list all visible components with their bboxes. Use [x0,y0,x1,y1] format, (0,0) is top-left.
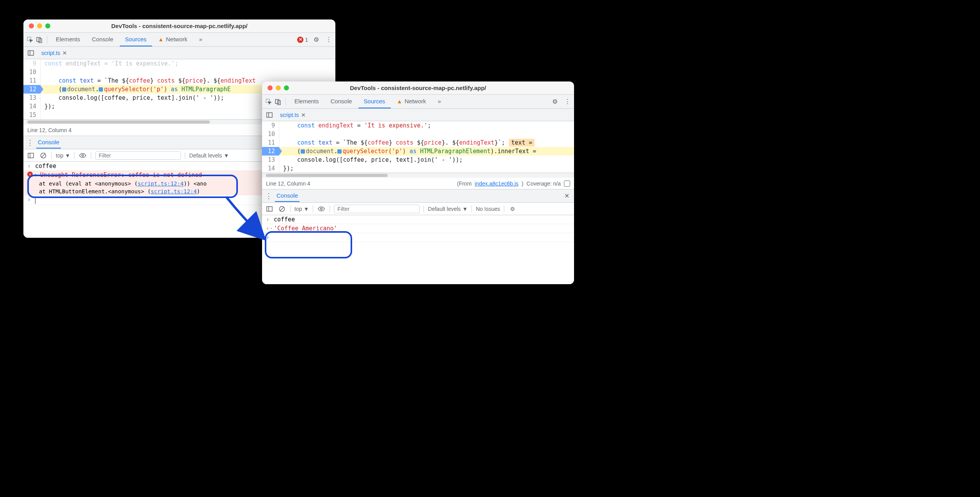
sidebar-toggle-icon[interactable] [265,111,274,119]
stack-link[interactable]: script.ts:12:4 [151,188,197,195]
close-icon[interactable]: ✕ [62,50,67,56]
minimize-dot[interactable] [37,23,42,28]
tab-sources[interactable]: Sources [120,33,152,46]
tab-elements[interactable]: Elements [50,33,86,46]
gear-icon[interactable]: ⚙ [508,205,517,213]
coverage-icon[interactable] [564,180,570,187]
eye-icon[interactable] [78,151,87,160]
sidebar-toggle-icon[interactable] [27,49,35,57]
code-text: endingText [66,60,101,67]
console-sidebar-icon[interactable] [265,205,274,213]
line-number: 11 [23,76,41,85]
line-number: 13 [23,94,41,102]
svg-line-8 [41,154,45,157]
code-text: as [167,86,181,93]
inspect-icon[interactable] [264,97,273,106]
line-number: 13 [262,156,279,164]
levels-selector[interactable]: Default levels▼ [189,152,229,159]
file-tab-label: script.ts [280,112,299,118]
filter-input[interactable] [334,205,420,213]
tab-network-label: Network [166,36,187,42]
tab-sources[interactable]: Sources [358,95,391,108]
console-prompt-row[interactable]: › [262,233,574,242]
tab-console[interactable]: Console [325,95,358,108]
file-tab-script[interactable]: script.ts ✕ [277,110,309,120]
code-text: ( [44,86,62,93]
clear-console-icon[interactable] [39,151,48,160]
code-text: ${ [413,139,424,146]
code-text: coffee [368,139,389,146]
context-selector[interactable]: top▼ [56,152,70,159]
inspect-icon[interactable] [26,35,34,44]
prompt-icon: › [266,216,271,223]
close-dot[interactable] [29,23,34,28]
devtools-window-after: DevTools - consistent-source-map-pc.netl… [262,81,574,284]
more-icon[interactable]: ⋮ [563,97,572,106]
code-text: querySelector [342,148,388,155]
code-text: }); [279,164,574,173]
tab-network[interactable]: ▲Network [392,95,432,108]
issues-text[interactable]: No Issues [476,206,500,212]
context-selector[interactable]: top▼ [294,206,309,212]
code-text: document [306,148,334,155]
code-text: text [80,77,94,84]
code-text: endingText [221,77,256,84]
device-icon[interactable] [274,97,282,106]
tab-network[interactable]: ▲Network [153,33,193,46]
drawer-menu-icon[interactable]: ⋮ [265,192,272,200]
more-icon[interactable]: ⋮ [324,35,333,44]
expand-icon[interactable]: ▶ [35,172,38,177]
cursor-position: Line 12, Column 4 [266,180,310,187]
code-text: = `The ${ [94,77,129,84]
gear-icon[interactable]: ⚙ [312,35,321,44]
drawer-menu-icon[interactable]: ⋮ [27,138,33,147]
minimize-dot[interactable] [276,85,281,90]
console[interactable]: › coffee ‹· 'Coffee Americano' › [262,215,574,284]
line-number: 9 [262,121,279,130]
scrollbar[interactable] [262,173,574,178]
window-title: DevTools - consistent-source-map-pc.netl… [262,85,574,91]
drawer-tab-console[interactable]: Console [36,136,61,149]
line-number: 11 [262,138,279,147]
device-icon[interactable] [35,35,44,44]
code-text: price [185,77,203,84]
zoom-dot[interactable] [45,23,50,28]
prompt-icon: › [266,234,271,241]
code-text: ('p') [388,148,406,155]
code-text: }. ${ [441,139,459,146]
code-text: endingText [318,122,353,129]
code-text: endingText [459,139,494,146]
completion-icon [337,149,342,154]
file-tab-script[interactable]: script.ts ✕ [38,48,70,58]
code-text: HTMLParagraphE [181,86,230,93]
line-number: 12 [262,147,279,156]
svg-point-9 [82,154,84,156]
code-editor[interactable]: 9 const endingText = 'It is expensive.';… [262,121,574,173]
stack-text: )) <ano [184,180,207,187]
stack-text: at eval (eval at <anonymous> ( [39,180,138,187]
tabs-overflow[interactable]: » [432,95,446,108]
clear-console-icon[interactable] [278,205,286,213]
close-icon[interactable]: ✕ [301,112,306,118]
traffic-lights [29,23,50,28]
sourcemap-link[interactable]: index.a8c1ec6b.js [475,180,518,187]
close-drawer-icon[interactable]: ✕ [562,192,571,200]
levels-selector[interactable]: Default levels▼ [428,206,468,212]
tab-console[interactable]: Console [87,33,119,46]
gear-icon[interactable]: ⚙ [551,97,559,106]
code-text: } [150,77,157,84]
console-output: 'Coffee Americano' [274,225,570,232]
close-dot[interactable] [268,85,273,90]
code-text: const [297,139,315,146]
error-badge[interactable]: ✕1 [297,37,308,43]
console-sidebar-icon[interactable] [27,151,35,160]
inline-value-hint: text = [509,139,535,147]
stack-link[interactable]: script.ts:12:4 [138,180,184,187]
eye-icon[interactable] [317,205,326,213]
console-toolbar: top▼ Default levels▼ No Issues ⚙ [262,203,574,215]
tab-elements[interactable]: Elements [289,95,324,108]
tabs-overflow[interactable]: » [193,33,207,46]
filter-input[interactable] [95,151,181,160]
zoom-dot[interactable] [284,85,289,90]
drawer-tab-console[interactable]: Console [275,190,299,202]
